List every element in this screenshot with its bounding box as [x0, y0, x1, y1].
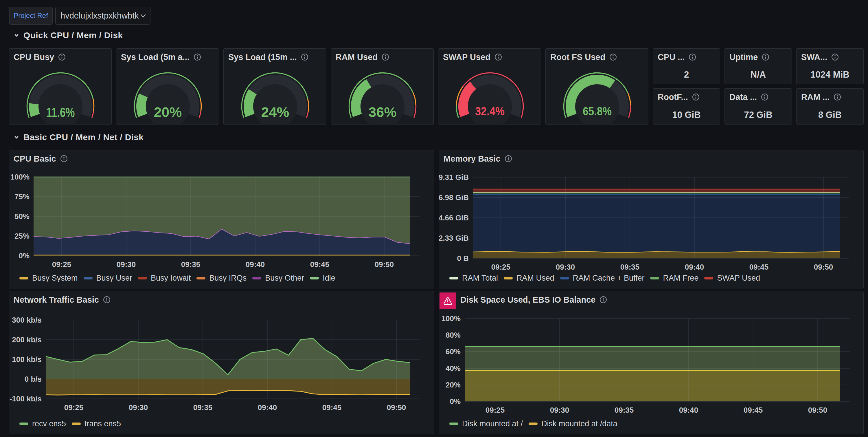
svg-text:24%: 24% [261, 105, 289, 120]
svg-text:20%: 20% [154, 105, 182, 120]
svg-text:11.6%: 11.6% [46, 105, 75, 120]
svg-text:65.8%: 65.8% [583, 105, 612, 118]
svg-text:36%: 36% [369, 105, 397, 120]
svg-text:32.4%: 32.4% [475, 105, 505, 118]
